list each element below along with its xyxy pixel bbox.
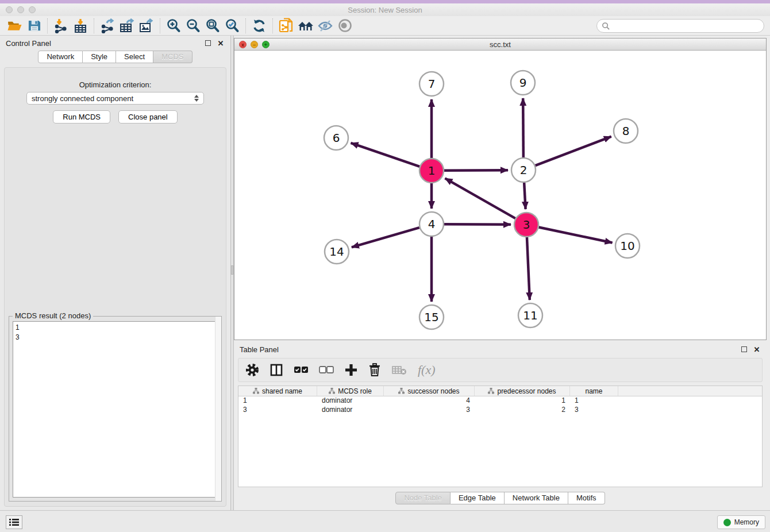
run-mcds-button[interactable]: Run MCDS bbox=[53, 110, 110, 124]
import-table-icon[interactable] bbox=[71, 17, 90, 34]
network-window-titlebar[interactable]: x – + scc.txt bbox=[234, 38, 766, 51]
list-icon bbox=[9, 518, 19, 526]
dropdown-stepper-icon bbox=[194, 95, 199, 102]
table-row[interactable]: 1 dominator 4 1 1 bbox=[238, 396, 762, 406]
edge-1-6[interactable] bbox=[351, 143, 420, 167]
cell-successor-nodes[interactable]: 4 bbox=[384, 396, 475, 406]
tab-edge-table[interactable]: Edge Table bbox=[451, 492, 505, 504]
cell-mcds-role[interactable]: dominator bbox=[317, 396, 384, 406]
refresh-layout-icon[interactable] bbox=[249, 17, 269, 34]
mcds-result-text[interactable]: 1 3 bbox=[13, 321, 218, 498]
column-header-shared-name[interactable]: shared name bbox=[238, 386, 317, 396]
node-7[interactable]: 7 bbox=[419, 72, 444, 96]
export-table-icon[interactable] bbox=[117, 17, 137, 34]
toolbar-separator bbox=[47, 18, 48, 33]
tab-network-table[interactable]: Network Table bbox=[505, 492, 568, 504]
deselect-all-icon[interactable] bbox=[319, 361, 334, 379]
export-network-icon[interactable] bbox=[98, 17, 117, 34]
column-header-predecessor-nodes[interactable]: predecessor nodes bbox=[475, 386, 570, 396]
delete-icon[interactable] bbox=[368, 361, 381, 379]
edge-3-10[interactable] bbox=[539, 228, 613, 243]
edge-2-9[interactable] bbox=[523, 98, 523, 157]
cell-shared-name[interactable]: 3 bbox=[238, 406, 317, 415]
tab-select[interactable]: Select bbox=[116, 51, 153, 63]
splitter-grip[interactable] bbox=[231, 265, 233, 275]
edge-4-14[interactable] bbox=[352, 228, 419, 247]
cell-shared-name[interactable]: 1 bbox=[238, 396, 317, 406]
cell-successor-nodes[interactable]: 3 bbox=[384, 406, 475, 415]
edge-3-11[interactable] bbox=[527, 237, 530, 300]
cell-mcds-role[interactable]: dominator bbox=[317, 406, 384, 415]
criterion-value: strongly connected component bbox=[32, 94, 194, 103]
cell-predecessor-nodes[interactable]: 2 bbox=[475, 406, 570, 415]
control-panel-tabs: Network Style Select MCDS bbox=[0, 51, 230, 63]
node-1[interactable]: 1 bbox=[419, 159, 444, 183]
search-input[interactable] bbox=[610, 22, 759, 30]
svg-text:11: 11 bbox=[523, 309, 537, 322]
hide-selected-icon[interactable] bbox=[315, 17, 335, 34]
application-window: Session: New Session bbox=[0, 0, 770, 532]
cell-name[interactable]: 3 bbox=[570, 406, 618, 415]
cell-name[interactable]: 1 bbox=[570, 396, 618, 406]
node-9[interactable]: 9 bbox=[511, 71, 535, 95]
columns-icon[interactable] bbox=[270, 361, 283, 379]
node-4[interactable]: 4 bbox=[419, 212, 444, 236]
svg-text:7: 7 bbox=[428, 77, 436, 91]
edge-4-3[interactable] bbox=[444, 224, 511, 225]
tab-node-table[interactable]: Node Table bbox=[395, 492, 451, 504]
node-3[interactable]: 3 bbox=[514, 213, 538, 237]
save-session-icon[interactable] bbox=[24, 17, 44, 34]
zoom-selected-icon[interactable] bbox=[222, 17, 242, 34]
memory-button[interactable]: Memory bbox=[717, 515, 765, 529]
column-header-mcds-role[interactable]: MCDS role bbox=[317, 386, 384, 396]
export-image-icon[interactable] bbox=[137, 17, 156, 34]
edge-2-3[interactable] bbox=[524, 183, 525, 209]
node-14[interactable]: 14 bbox=[325, 240, 349, 264]
table-panel: Table Panel ✕ bbox=[234, 342, 767, 510]
node-8[interactable]: 8 bbox=[614, 119, 638, 143]
close-panel-icon[interactable]: ✕ bbox=[217, 39, 225, 47]
select-all-icon[interactable] bbox=[294, 361, 309, 379]
zoom-fit-icon[interactable] bbox=[203, 17, 222, 34]
task-history-button[interactable] bbox=[6, 515, 22, 529]
float-panel-icon[interactable] bbox=[204, 39, 212, 47]
node-6[interactable]: 6 bbox=[324, 126, 348, 150]
zoom-in-icon[interactable] bbox=[164, 17, 183, 34]
close-table-panel-icon[interactable]: ✕ bbox=[753, 345, 761, 353]
float-table-panel-icon[interactable] bbox=[740, 345, 748, 353]
search-field[interactable] bbox=[596, 19, 764, 33]
svg-text:8: 8 bbox=[622, 124, 630, 138]
node-11[interactable]: 11 bbox=[518, 303, 542, 327]
result-scrollbar[interactable] bbox=[215, 317, 221, 501]
column-type-icon bbox=[329, 388, 335, 394]
node-table[interactable]: shared name MCDS role successor nodes pr… bbox=[238, 385, 763, 487]
node-10[interactable]: 10 bbox=[615, 234, 640, 258]
edge-2-8[interactable] bbox=[536, 137, 611, 166]
tab-mcds[interactable]: MCDS bbox=[153, 51, 192, 63]
new-network-from-selection-icon[interactable] bbox=[276, 17, 296, 34]
tab-motifs[interactable]: Motifs bbox=[568, 492, 605, 504]
zoom-out-icon[interactable] bbox=[183, 17, 203, 34]
tab-style[interactable]: Style bbox=[83, 51, 116, 63]
svg-text:2: 2 bbox=[520, 163, 528, 177]
add-column-icon[interactable] bbox=[344, 361, 358, 379]
node-2[interactable]: 2 bbox=[511, 158, 536, 182]
cell-predecessor-nodes[interactable]: 1 bbox=[475, 396, 570, 406]
gear-icon[interactable] bbox=[245, 361, 259, 379]
column-header-name[interactable]: name bbox=[570, 386, 618, 396]
node-15[interactable]: 15 bbox=[419, 305, 444, 329]
show-all-icon[interactable] bbox=[335, 17, 355, 34]
network-canvas[interactable]: 7968124314101511 bbox=[234, 51, 766, 340]
column-header-successor-nodes[interactable]: successor nodes bbox=[384, 386, 475, 396]
tab-network[interactable]: Network bbox=[38, 51, 83, 63]
criterion-dropdown[interactable]: strongly connected component bbox=[26, 92, 204, 105]
open-file-icon[interactable] bbox=[5, 17, 24, 34]
table-row[interactable]: 3 dominator 3 2 3 bbox=[238, 406, 762, 415]
edge-3-1[interactable] bbox=[445, 178, 515, 218]
status-bar: Memory bbox=[0, 510, 770, 532]
import-network-icon[interactable] bbox=[51, 17, 71, 34]
network-window-title: scc.txt bbox=[234, 40, 766, 49]
edge-1-2[interactable] bbox=[444, 170, 508, 171]
first-neighbors-icon[interactable] bbox=[296, 17, 315, 34]
close-panel-button[interactable]: Close panel bbox=[118, 110, 178, 124]
